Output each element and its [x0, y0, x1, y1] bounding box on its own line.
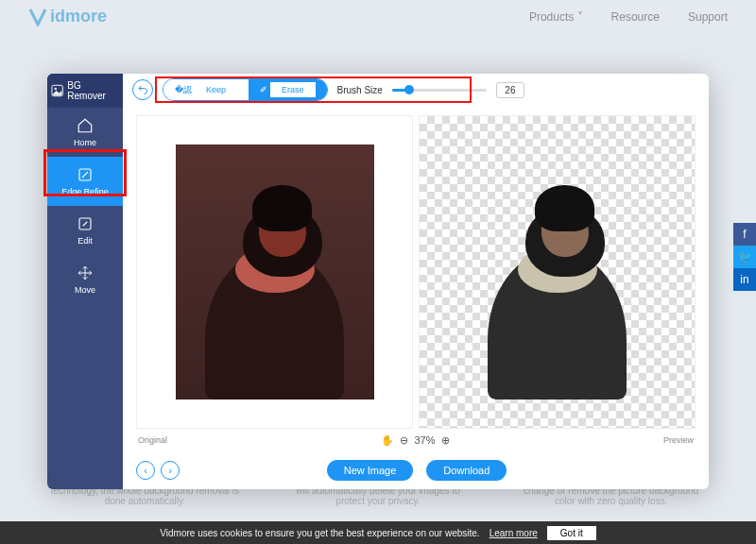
keep-mask-overlay: [176, 144, 374, 400]
canvas-area: [123, 106, 709, 429]
sidebar-item-label: Home: [74, 138, 96, 147]
linkedin-share[interactable]: in: [733, 268, 756, 291]
original-pane[interactable]: [136, 115, 413, 429]
edge-refine-icon: [77, 166, 94, 183]
new-image-button[interactable]: New Image: [327, 460, 414, 481]
cookie-text: Vidmore uses cookies to ensure you get t…: [160, 528, 479, 538]
sidebar-item-edge-refine[interactable]: Edge Refine: [47, 157, 123, 206]
modal-main: �認 Keep ✐ Erase Brush Size 26: [123, 74, 709, 489]
move-icon: [77, 264, 94, 281]
sidebar-item-label: Edit: [77, 236, 93, 246]
twitter-share[interactable]: 🐦: [733, 246, 756, 268]
image-nav: ‹ ›: [136, 461, 180, 480]
home-icon: [77, 117, 94, 134]
nav-support[interactable]: Support: [688, 10, 728, 24]
original-image: [176, 144, 374, 400]
brand-text: idmore: [50, 7, 107, 26]
site-nav: Products ˅ Resource Support: [529, 10, 728, 24]
brush-size-value[interactable]: 26: [496, 82, 524, 98]
undo-button[interactable]: [132, 79, 153, 100]
site-header: idmore Products ˅ Resource Support: [0, 0, 756, 33]
canvas-footer: Original ✋ ⊖ 37% ⊕ Preview: [123, 429, 709, 451]
modal-sidebar: BG Remover Home Edge Refine Edit Move: [47, 74, 123, 489]
cookie-bar: Vidmore uses cookies to ensure you get t…: [0, 521, 756, 544]
logo-icon: [28, 8, 47, 26]
zoom-in-button[interactable]: ⊕: [441, 434, 450, 447]
zoom-controls: ✋ ⊖ 37% ⊕: [381, 434, 449, 447]
preview-image: [458, 144, 657, 400]
nav-products[interactable]: Products ˅: [529, 10, 583, 24]
edit-icon: [77, 215, 94, 232]
svg-point-1: [55, 88, 57, 90]
prev-image-button[interactable]: ‹: [136, 461, 155, 480]
preview-pane[interactable]: [419, 115, 696, 429]
preview-label: Preview: [663, 435, 694, 445]
zoom-level: 37%: [414, 434, 435, 446]
brand-logo[interactable]: idmore: [28, 7, 107, 26]
bg-remover-modal: BG Remover Home Edge Refine Edit Move �認…: [47, 74, 709, 489]
facebook-share[interactable]: f: [733, 223, 756, 246]
cookie-learn-more[interactable]: Learn more: [490, 528, 538, 538]
annotation-highlight-toolbar: [155, 76, 472, 103]
sidebar-title: BG Remover: [47, 74, 123, 108]
undo-icon: [137, 84, 148, 95]
bottom-row: ‹ › New Image Download: [123, 451, 709, 489]
sidebar-item-label: Move: [75, 285, 95, 295]
original-label: Original: [138, 435, 167, 445]
sidebar-item-move[interactable]: Move: [47, 255, 123, 304]
image-icon: [51, 84, 63, 97]
edge-refine-toolbar: �認 Keep ✐ Erase Brush Size 26: [123, 74, 709, 106]
next-image-button[interactable]: ›: [161, 461, 180, 480]
zoom-out-button[interactable]: ⊖: [400, 434, 408, 447]
social-rail: f 🐦 in: [733, 223, 756, 291]
sidebar-item-label: Edge Refine: [61, 187, 109, 196]
sidebar-item-home[interactable]: Home: [47, 108, 123, 157]
pan-icon[interactable]: ✋: [381, 434, 394, 447]
cookie-accept-button[interactable]: Got it: [547, 526, 596, 540]
nav-resource[interactable]: Resource: [611, 10, 660, 24]
download-button[interactable]: Download: [426, 460, 507, 481]
sidebar-item-edit[interactable]: Edit: [47, 206, 123, 255]
